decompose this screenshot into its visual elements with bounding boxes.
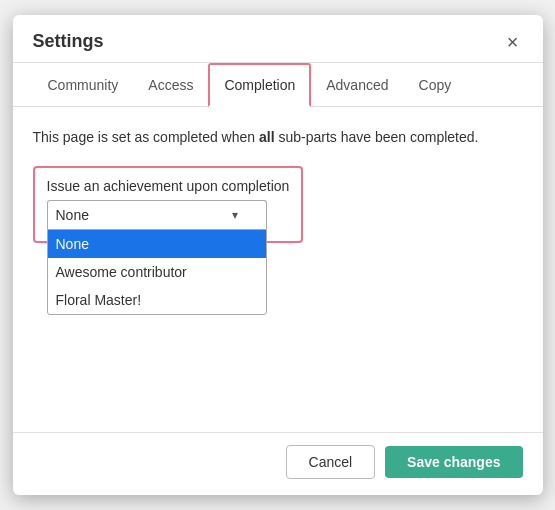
tab-access[interactable]: Access: [133, 63, 208, 107]
achievement-section: Issue an achievement upon completion Non…: [33, 166, 304, 243]
modal-footer: Cancel Save changes: [13, 432, 543, 495]
settings-modal: Settings × Community Access Completion A…: [13, 15, 543, 495]
select-display[interactable]: None ▾: [47, 200, 267, 229]
tab-advanced[interactable]: Advanced: [311, 63, 403, 107]
modal-body: This page is set as completed when all s…: [13, 107, 543, 432]
modal-overlay: Settings × Community Access Completion A…: [0, 0, 555, 510]
dropdown-option-none[interactable]: None: [48, 230, 266, 258]
save-button[interactable]: Save changes: [385, 446, 522, 478]
tab-completion[interactable]: Completion: [208, 63, 311, 107]
select-wrapper: None ▾ None Awesome contributor Floral M…: [47, 200, 267, 229]
dropdown-option-floral[interactable]: Floral Master!: [48, 286, 266, 314]
dropdown-arrow-icon: ▾: [232, 208, 238, 222]
info-text-bold: all: [259, 129, 275, 145]
cancel-button[interactable]: Cancel: [286, 445, 376, 479]
dropdown-option-awesome[interactable]: Awesome contributor: [48, 258, 266, 286]
info-text-part1: This page is set as completed when: [33, 129, 259, 145]
select-value: None: [56, 207, 89, 223]
info-text: This page is set as completed when all s…: [33, 127, 523, 148]
modal-header: Settings ×: [13, 15, 543, 63]
tabs-bar: Community Access Completion Advanced Cop…: [13, 63, 543, 107]
close-button[interactable]: ×: [503, 32, 523, 52]
achievement-label: Issue an achievement upon completion: [47, 178, 290, 194]
dropdown-list: None Awesome contributor Floral Master!: [47, 229, 267, 315]
tab-community[interactable]: Community: [33, 63, 134, 107]
info-text-part2: sub-parts have been completed.: [275, 129, 479, 145]
tab-copy[interactable]: Copy: [404, 63, 467, 107]
modal-title: Settings: [33, 31, 104, 52]
